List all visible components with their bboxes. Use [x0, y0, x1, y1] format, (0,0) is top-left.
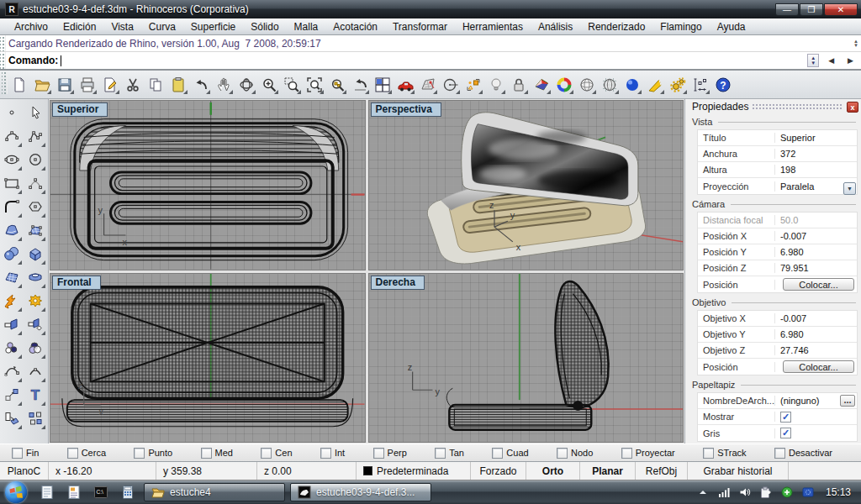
tan-checkbox[interactable]: [435, 448, 446, 459]
rectangle-icon[interactable]: [0, 171, 23, 195]
car-icon[interactable]: [394, 73, 416, 96]
menu-item-curva[interactable]: Curva: [141, 19, 183, 34]
color-wheel-icon[interactable]: [552, 73, 575, 96]
prop-row-altura[interactable]: Altura198: [698, 162, 857, 178]
properties-close-button[interactable]: x: [847, 102, 858, 113]
osnap-med[interactable]: Med: [201, 448, 233, 459]
command-line[interactable]: Comando: ▲▼ ◀ ▶: [0, 51, 861, 69]
refobj-toggle[interactable]: RefObj: [636, 462, 688, 480]
taskbar-clock[interactable]: 15:13: [822, 486, 851, 498]
zoom-extents-icon[interactable]: [303, 73, 325, 96]
osnap-desactivar[interactable]: Desactivar: [774, 448, 832, 459]
zoom-window-icon[interactable]: [280, 73, 303, 96]
perp-checkbox[interactable]: [373, 448, 384, 459]
rendered-sphere-icon[interactable]: [621, 73, 643, 96]
med-checkbox[interactable]: [201, 448, 212, 459]
group-icon[interactable]: [24, 407, 46, 430]
lamp-icon[interactable]: [484, 73, 507, 96]
cplane-button[interactable]: PlanoC: [0, 462, 49, 480]
point-icon[interactable]: [0, 101, 23, 124]
osnap-cerca[interactable]: Cerca: [67, 448, 106, 459]
restore-button[interactable]: ❐: [800, 3, 823, 16]
osnap-points-icon[interactable]: [462, 73, 484, 96]
orient-icon[interactable]: [0, 407, 23, 430]
rotate-view-icon[interactable]: [235, 73, 257, 96]
blue-badge-icon[interactable]: [801, 486, 815, 499]
cerca-checkbox[interactable]: [67, 448, 78, 459]
panel-grip[interactable]: [0, 52, 6, 69]
menu-item-renderizado[interactable]: Renderizado: [580, 19, 652, 34]
render-preview-icon[interactable]: [530, 73, 552, 96]
osnap-cen[interactable]: Cen: [261, 448, 292, 459]
menu-item-herramientas[interactable]: Herramientas: [455, 19, 531, 34]
projection-dropdown-button[interactable]: ▼: [843, 182, 856, 195]
chevron-up-icon[interactable]: [696, 486, 710, 499]
forzado-toggle[interactable]: Forzado: [471, 462, 526, 480]
planar-toggle[interactable]: Planar: [580, 462, 636, 480]
osnap-perp[interactable]: Perp: [373, 448, 407, 459]
osnap-proyectar[interactable]: Proyectar: [621, 448, 675, 459]
signal-bars-icon[interactable]: [717, 486, 731, 499]
paste-icon[interactable]: [166, 73, 189, 96]
command-prompt-icon[interactable]: C:\: [92, 483, 110, 501]
shaded-sphere-icon[interactable]: [575, 73, 598, 96]
spotlight-icon[interactable]: [643, 73, 666, 96]
boolean-circles-icon[interactable]: [0, 336, 23, 360]
undo-icon[interactable]: [189, 73, 212, 96]
explode-icon[interactable]: [0, 289, 23, 312]
menu-item-malla[interactable]: Malla: [287, 19, 326, 34]
copy-icon[interactable]: [144, 73, 166, 96]
pan-icon[interactable]: [212, 73, 235, 96]
lock-icon[interactable]: [507, 73, 530, 96]
prop-row-objetivo-y[interactable]: Objetivo Y6.980: [698, 327, 857, 343]
int-checkbox[interactable]: [320, 448, 331, 459]
text-icon[interactable]: T: [24, 383, 46, 407]
close-button[interactable]: ✕: [824, 3, 858, 16]
curve-edit-icon[interactable]: [0, 360, 23, 383]
box-icon[interactable]: [24, 242, 46, 265]
viewport-derecha[interactable]: z y Derecha: [368, 273, 684, 444]
undo-view-icon[interactable]: [348, 73, 371, 96]
clipboard-icon[interactable]: [759, 486, 773, 499]
polyline-icon[interactable]: [24, 124, 46, 148]
select-icon[interactable]: [24, 101, 46, 124]
gris-checkbox[interactable]: ✓: [780, 428, 791, 438]
taskbar-task-rhino[interactable]: estuche03-9-4-def.3...: [290, 483, 431, 501]
polygon-icon[interactable]: [24, 195, 46, 218]
mesh-icon[interactable]: [0, 265, 23, 289]
radius-icon[interactable]: [439, 73, 462, 96]
osnap-punto[interactable]: Punto: [134, 448, 172, 459]
open-file-icon[interactable]: [30, 73, 53, 96]
zoom-selected-icon[interactable]: [325, 73, 348, 96]
mostrar-checkbox[interactable]: ✓: [780, 412, 791, 423]
colocar-target-button[interactable]: Colocar...: [783, 360, 854, 373]
nodo-checkbox[interactable]: [557, 448, 568, 459]
viewport-perspectiva-label[interactable]: Perspectiva: [371, 102, 441, 117]
start-button[interactable]: [5, 481, 27, 503]
cuad-checkbox[interactable]: [492, 448, 503, 459]
proyectar-checkbox[interactable]: [621, 448, 632, 459]
osnap-strack[interactable]: STrack: [703, 448, 746, 459]
dimension-icon[interactable]: [689, 73, 711, 96]
prop-row-objetivo-z[interactable]: Objetivo Z27.746: [698, 343, 857, 359]
command-spinner[interactable]: ▲▼: [807, 54, 819, 67]
viewport-derecha-label[interactable]: Derecha: [371, 276, 425, 290]
fin-checkbox[interactable]: [12, 448, 23, 459]
colocar-camera-button[interactable]: Colocar...: [783, 278, 854, 291]
connect-icon[interactable]: [24, 289, 46, 312]
strack-checkbox[interactable]: [703, 448, 714, 459]
taskbar-task-estuche4[interactable]: estuche4: [144, 483, 285, 501]
prop-row-mostrar[interactable]: Mostrar✓: [698, 409, 857, 425]
menu-item-superficie[interactable]: Superficie: [183, 19, 243, 34]
browse-wallpaper-button[interactable]: ...: [840, 395, 855, 407]
cen-checkbox[interactable]: [261, 448, 272, 459]
osnap-int[interactable]: Int: [320, 448, 345, 459]
viewport-superior[interactable]: y x Superior: [50, 100, 366, 270]
osnap-cuad[interactable]: Cuad: [492, 448, 528, 459]
menu-item-solido[interactable]: Sólido: [243, 19, 286, 34]
menu-item-flamingo[interactable]: Flamingo: [652, 19, 709, 34]
prop-row-posicion-z[interactable]: Posición Z79.951: [698, 260, 857, 276]
history-scrollbar[interactable]: ▲▼: [853, 39, 861, 48]
annotate-icon[interactable]: [98, 73, 121, 96]
split-icon[interactable]: [24, 312, 46, 336]
